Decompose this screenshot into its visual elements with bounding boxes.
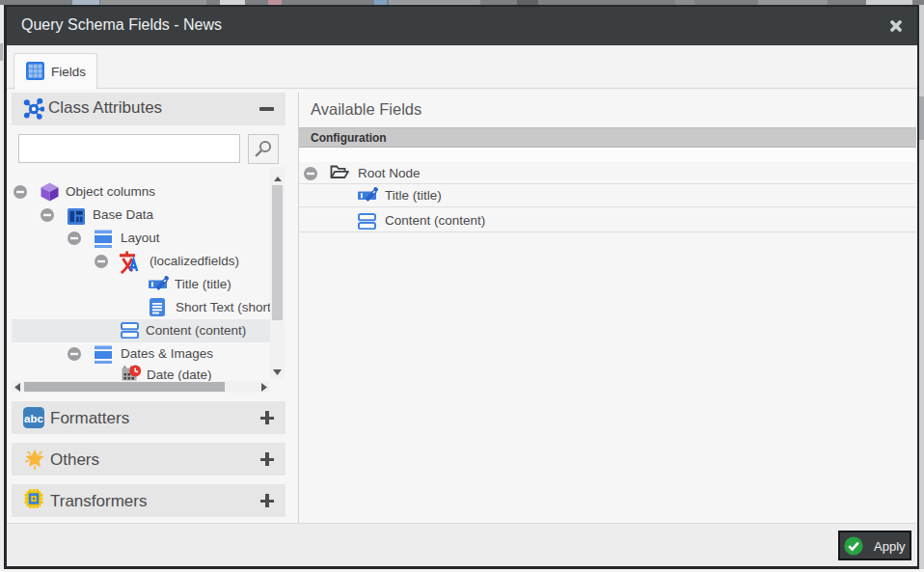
svg-text:abc: abc — [24, 413, 43, 424]
